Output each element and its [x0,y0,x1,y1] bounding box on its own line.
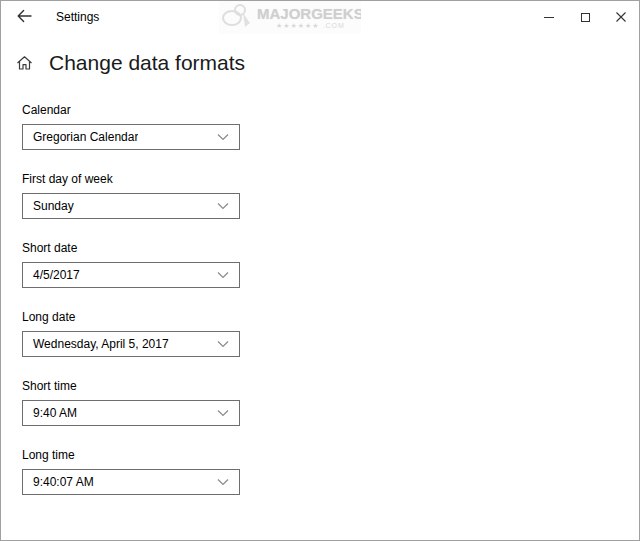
field-label: Long date [22,309,639,325]
page-title: Change data formats [49,51,245,75]
combobox-value: 9:40:07 AM [33,475,94,489]
first-day-of-week-combobox[interactable]: Sunday [22,193,240,219]
combobox-value: Gregorian Calendar [33,130,138,144]
short-date-combobox[interactable]: 4/5/2017 [22,262,240,288]
back-button[interactable] [1,1,47,33]
chevron-down-icon [217,134,229,141]
maximize-icon [581,13,590,22]
watermark-text: MAJORGEEKS ★★★★★★ .COM [257,6,361,29]
field-label: Short time [22,378,639,394]
watermark-suffix: .COM [323,22,345,29]
chevron-down-icon [217,272,229,279]
field-calendar: Calendar Gregorian Calendar [22,102,639,150]
long-time-combobox[interactable]: 9:40:07 AM [22,469,240,495]
chevron-down-icon [217,203,229,210]
format-fields: Calendar Gregorian Calendar First day of… [22,102,639,495]
chevron-down-icon [217,341,229,348]
combobox-value: 4/5/2017 [33,268,80,282]
field-label: Long time [22,447,639,463]
calendar-combobox[interactable]: Gregorian Calendar [22,124,240,150]
field-long-time: Long time 9:40:07 AM [22,447,639,495]
minimize-button[interactable] [531,1,567,33]
caption-buttons [531,1,639,33]
titlebar: Settings MAJORGEEKS ★★★★★★ .COM [1,1,639,33]
field-short-time: Short time 9:40 AM [22,378,639,426]
combobox-value: Wednesday, April 5, 2017 [33,337,169,351]
watermark-brand: MAJORGEEKS [257,6,361,21]
field-long-date: Long date Wednesday, April 5, 2017 [22,309,639,357]
chevron-down-icon [217,479,229,486]
chevron-down-icon [217,410,229,417]
field-label: First day of week [22,171,639,187]
window-title: Settings [56,1,99,33]
settings-window: Settings MAJORGEEKS ★★★★★★ .COM [0,0,640,541]
home-icon [16,55,33,71]
field-short-date: Short date 4/5/2017 [22,240,639,288]
minimize-icon [544,17,554,18]
watermark-mouse-icon [219,1,253,34]
close-icon [616,10,626,25]
back-arrow-icon [16,8,32,27]
long-date-combobox[interactable]: Wednesday, April 5, 2017 [22,331,240,357]
page-header: Change data formats [16,49,639,77]
close-button[interactable] [603,1,639,33]
majorgeeks-watermark: MAJORGEEKS ★★★★★★ .COM [219,1,361,34]
short-time-combobox[interactable]: 9:40 AM [22,400,240,426]
combobox-value: 9:40 AM [33,406,77,420]
maximize-button[interactable] [567,1,603,33]
watermark-sub: ★★★★★★ .COM [276,22,345,29]
field-label: Calendar [22,102,639,118]
watermark-stars: ★★★★★★ [276,22,320,29]
field-label: Short date [22,240,639,256]
combobox-value: Sunday [33,199,74,213]
field-first-day-of-week: First day of week Sunday [22,171,639,219]
